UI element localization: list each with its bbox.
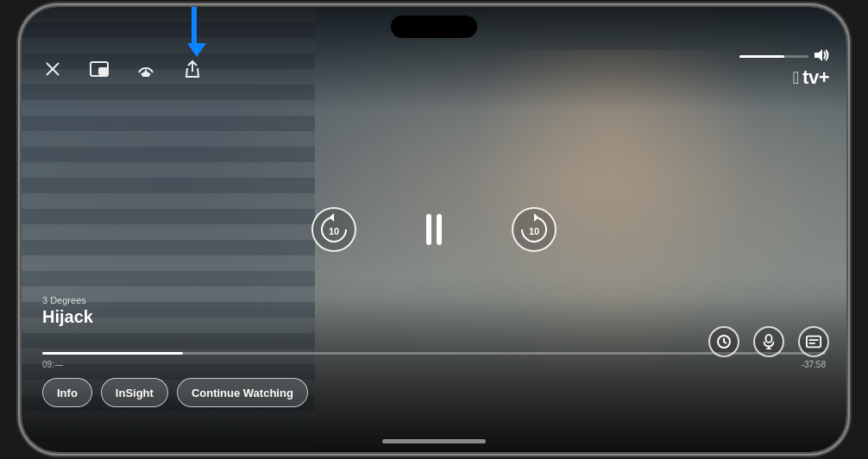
skip-back-button[interactable]: 10: [311, 207, 356, 252]
apple-icon: : [793, 68, 799, 88]
subtitles-button[interactable]: [798, 326, 829, 357]
top-left-controls: [39, 55, 206, 83]
pip-button[interactable]: [85, 55, 113, 83]
time-row: 09:— -37:58: [42, 360, 826, 369]
svg-rect-5: [142, 74, 149, 77]
tv-plus-text: tv+: [802, 66, 829, 89]
svg-rect-3: [99, 68, 107, 74]
top-bar:  tv+: [22, 48, 846, 89]
skip-forward-button[interactable]: 10: [512, 207, 557, 252]
insight-button[interactable]: InSight: [101, 378, 168, 407]
skip-forward-number: 10: [529, 226, 539, 236]
close-button[interactable]: [39, 55, 66, 83]
svg-point-9: [765, 335, 771, 343]
volume-fill: [739, 55, 784, 58]
show-subtitle: 3 Degrees: [42, 295, 93, 305]
bottom-pills: Info InSight Continue Watching: [42, 378, 308, 407]
share-button[interactable]: [179, 55, 206, 83]
top-right-controls:  tv+: [739, 48, 829, 89]
show-info: 3 Degrees Hijack: [42, 295, 93, 327]
show-title: Hijack: [42, 307, 93, 327]
home-indicator: [382, 439, 486, 443]
pause-bar-left: [426, 214, 431, 245]
airplay-button[interactable]: [132, 55, 160, 83]
dynamic-island: [391, 16, 477, 38]
playback-controls:  tv+ 10: [22, 7, 846, 452]
svg-marker-7: [815, 49, 822, 61]
audio-button[interactable]: [753, 326, 784, 357]
pause-bar-right: [437, 214, 442, 245]
appletv-logo:  tv+: [793, 66, 829, 89]
svg-rect-12: [807, 336, 821, 348]
volume-icon: [814, 48, 829, 65]
volume-track: [739, 55, 808, 58]
progress-fill: [42, 352, 183, 355]
side-button-right: [846, 145, 848, 214]
current-time: 09:—: [42, 360, 63, 369]
phone-frame:  tv+ 10: [20, 5, 848, 454]
right-controls: [708, 326, 829, 357]
volume-control[interactable]: [739, 48, 829, 65]
speed-button[interactable]: [708, 326, 739, 357]
pause-button[interactable]: [417, 212, 451, 247]
continue-watching-button[interactable]: Continue Watching: [177, 378, 308, 407]
info-button[interactable]: Info: [42, 378, 92, 407]
skip-back-number: 10: [329, 226, 339, 236]
center-controls: 10 10: [311, 207, 557, 252]
remaining-time: -37:58: [802, 360, 826, 369]
